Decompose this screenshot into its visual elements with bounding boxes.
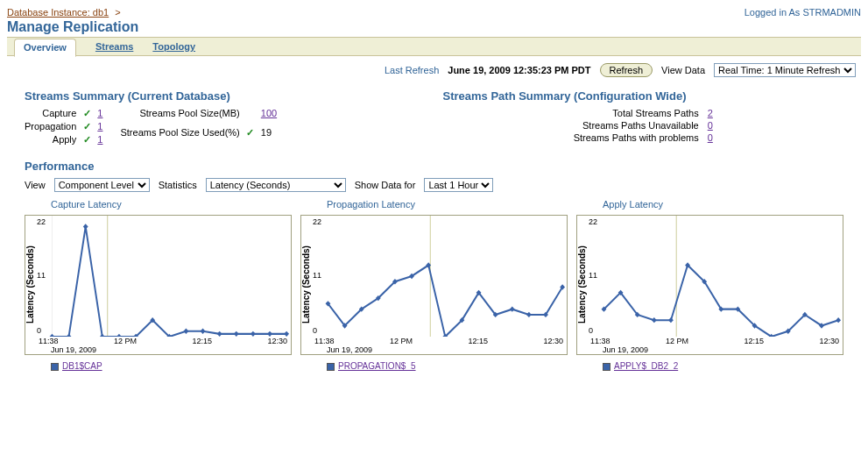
poolsize-label: Streams Pool Size(MB) bbox=[120, 108, 239, 125]
xtick: 11:38 bbox=[39, 337, 59, 345]
xtick: 11:38 bbox=[314, 337, 335, 345]
view-data-label: View Data bbox=[661, 65, 705, 75]
capture-link[interactable]: 1 bbox=[97, 108, 102, 119]
svg-marker-12 bbox=[217, 331, 222, 337]
ytick-mid: 11 bbox=[313, 271, 321, 280]
ytick-min: 0 bbox=[313, 326, 317, 335]
tab-overview[interactable]: Overview bbox=[14, 39, 76, 57]
chart-capture: Capture Latency Latency (Seconds) 22 11 … bbox=[25, 199, 292, 371]
tab-streams[interactable]: Streams bbox=[95, 41, 133, 52]
ytick-max: 22 bbox=[589, 217, 597, 226]
poolused-label: Streams Pool Size Used(%) bbox=[120, 127, 239, 146]
page-title: Manage Replication bbox=[7, 19, 861, 35]
view-label: View bbox=[25, 180, 46, 190]
legend-swatch-icon bbox=[51, 363, 59, 371]
capture-label: Capture bbox=[25, 108, 76, 119]
ytick-max: 22 bbox=[313, 217, 321, 226]
totalpaths-link[interactable]: 2 bbox=[708, 108, 843, 118]
xtick: 12 PM bbox=[114, 337, 137, 345]
legend-capture-link[interactable]: DB1$CAP bbox=[62, 361, 102, 371]
logged-in-label: Logged in As STRMADMIN bbox=[745, 7, 861, 18]
svg-marker-3 bbox=[67, 334, 72, 337]
breadcrumb: Database Instance: db1 > bbox=[7, 7, 124, 18]
showdata-label: Show Data for bbox=[355, 180, 416, 190]
svg-marker-13 bbox=[234, 331, 239, 337]
xtick: 12:30 bbox=[267, 337, 287, 345]
breadcrumb-db-link[interactable]: Database Instance: db1 bbox=[7, 7, 109, 18]
stats-label: Statistics bbox=[159, 180, 197, 190]
breadcrumb-sep-icon: > bbox=[111, 7, 123, 18]
xtick: 12:15 bbox=[468, 337, 488, 345]
xdate: Jun 19, 2009 bbox=[35, 345, 291, 354]
refresh-button[interactable]: Refresh bbox=[600, 63, 653, 77]
legend-swatch-icon bbox=[327, 363, 335, 371]
chart-propagation-title: Propagation Latency bbox=[300, 199, 568, 210]
xtick: 12:30 bbox=[543, 337, 563, 345]
svg-marker-6 bbox=[116, 334, 122, 337]
problempaths-link[interactable]: 0 bbox=[708, 132, 843, 143]
svg-marker-11 bbox=[201, 329, 206, 334]
chart-capture-svg bbox=[35, 216, 291, 337]
legend-apply-link[interactable]: APPLY$_DB2_2 bbox=[614, 361, 678, 371]
chart-ylabel: Latency (Seconds) bbox=[25, 216, 35, 354]
chart-ylabel: Latency (Seconds) bbox=[577, 216, 587, 354]
apply-link[interactable]: 1 bbox=[97, 134, 102, 146]
xtick: 12:30 bbox=[819, 337, 839, 345]
chart-capture-title: Capture Latency bbox=[25, 199, 292, 210]
ytick-max: 22 bbox=[37, 217, 46, 226]
ytick-min: 0 bbox=[589, 326, 593, 335]
poolsize-link[interactable]: 100 bbox=[261, 108, 277, 125]
problempaths-label: Streams Paths with problems bbox=[443, 132, 699, 143]
svg-marker-15 bbox=[267, 331, 272, 337]
check-icon: ✓ bbox=[245, 127, 256, 146]
svg-marker-30 bbox=[526, 312, 532, 317]
svg-marker-29 bbox=[510, 306, 515, 311]
svg-marker-37 bbox=[652, 317, 657, 323]
xtick: 12 PM bbox=[666, 337, 688, 345]
chart-apply-svg bbox=[587, 216, 843, 337]
tab-topology[interactable]: Topology bbox=[152, 41, 195, 52]
totalpaths-label: Total Streams Paths bbox=[443, 108, 699, 118]
unavailpaths-link[interactable]: 0 bbox=[708, 120, 843, 131]
check-icon: ✓ bbox=[81, 108, 92, 119]
xdate: Jun 19, 2009 bbox=[311, 345, 567, 354]
stats-select[interactable]: Latency (Seconds) bbox=[206, 178, 346, 192]
xtick: 11:38 bbox=[590, 337, 610, 345]
ytick-mid: 11 bbox=[589, 271, 597, 280]
xtick: 12:15 bbox=[744, 337, 764, 345]
performance-title: Performance bbox=[25, 160, 843, 173]
view-data-select[interactable]: Real Time: 1 Minute Refresh bbox=[714, 63, 856, 77]
xtick: 12 PM bbox=[390, 337, 413, 345]
apply-label: Apply bbox=[25, 134, 76, 146]
chart-propagation: Propagation Latency Latency (Seconds) 22… bbox=[300, 199, 568, 371]
ytick-min: 0 bbox=[37, 326, 41, 335]
last-refresh-timestamp: June 19, 2009 12:35:23 PM PDT bbox=[448, 65, 590, 75]
chart-apply: Apply Latency Latency (Seconds) 22 11 0 bbox=[576, 199, 843, 371]
refresh-row: Last Refresh June 19, 2009 12:35:23 PM P… bbox=[7, 56, 861, 84]
legend-propagation-link[interactable]: PROPAGATION$_5 bbox=[338, 361, 416, 371]
svg-marker-16 bbox=[284, 331, 289, 337]
ytick-mid: 11 bbox=[37, 271, 46, 280]
svg-marker-10 bbox=[183, 329, 188, 334]
check-icon: ✓ bbox=[81, 134, 92, 146]
svg-marker-5 bbox=[100, 334, 105, 337]
svg-marker-4 bbox=[83, 224, 88, 229]
chart-ylabel: Latency (Seconds) bbox=[301, 216, 311, 354]
svg-marker-14 bbox=[251, 331, 256, 337]
chart-propagation-svg bbox=[311, 216, 567, 337]
check-icon: ✓ bbox=[81, 121, 92, 132]
svg-marker-38 bbox=[668, 317, 674, 323]
chart-apply-title: Apply Latency bbox=[576, 199, 843, 210]
poolused-value: 19 bbox=[261, 127, 277, 146]
summary-title: Streams Summary (Current Database) bbox=[25, 89, 426, 103]
view-select[interactable]: Component Level bbox=[54, 178, 150, 192]
pathsum-title: Streams Path Summary (Configuration Wide… bbox=[443, 89, 844, 103]
unavailpaths-label: Streams Paths Unavailable bbox=[443, 120, 699, 131]
propagation-link[interactable]: 1 bbox=[97, 121, 102, 132]
showdata-select[interactable]: Last 1 Hour bbox=[424, 178, 493, 192]
svg-marker-48 bbox=[836, 317, 841, 323]
tabs: Overview Streams Topology bbox=[7, 37, 861, 56]
last-refresh-label: Last Refresh bbox=[385, 65, 439, 75]
svg-marker-2 bbox=[50, 334, 55, 337]
legend-swatch-icon bbox=[603, 363, 610, 371]
